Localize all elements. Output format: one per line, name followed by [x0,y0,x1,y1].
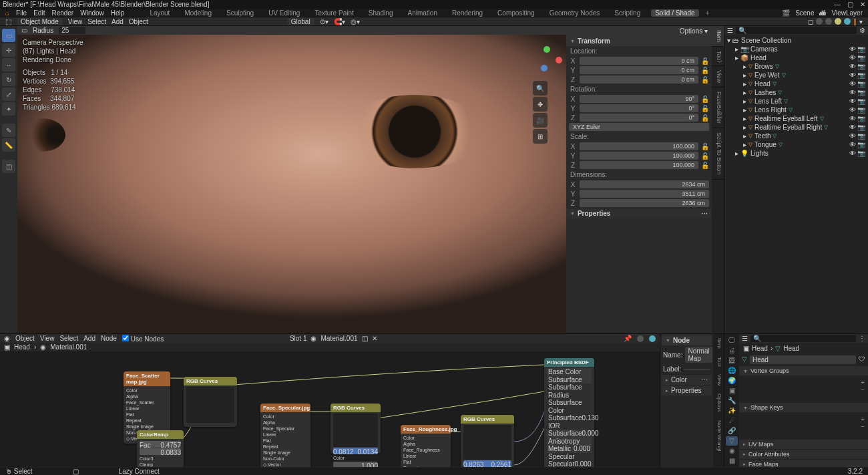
loc-x[interactable]: 0 cm [580,57,698,65]
tab-tool[interactable]: Tool [712,47,724,67]
node-name-field[interactable]: Normal Map [685,347,712,363]
axis-x[interactable] [556,57,562,63]
scene-icon[interactable]: 🎬 [782,9,790,17]
overlay-toggle[interactable]: ◻ [808,18,813,25]
lock-icon[interactable]: 🔓 [701,152,709,160]
persp-icon[interactable]: ⊞ [533,129,548,144]
dim-y[interactable]: 3511 cm [580,190,709,198]
node-spec-image[interactable]: Face_Specular.jpg ColorAlphaFace_Specula… [260,404,310,467]
options-dropdown[interactable]: Options ▾ [680,27,708,35]
menu-file[interactable]: File [16,9,27,17]
editor-type-icon[interactable]: ⬚ [5,18,11,25]
ne-view[interactable]: View [40,335,55,342]
pi-render[interactable]: 🖵 [726,335,738,345]
add-workspace-icon[interactable]: + [706,9,710,17]
node-bsdf[interactable]: Principled BSDF Base ColorSubsurfaceSubs… [544,358,594,467]
orientation-selector[interactable]: Global [287,18,314,25]
nvt-opt[interactable]: Options [713,389,724,416]
brush-radius-input[interactable] [59,27,85,34]
menu-window[interactable]: Window [80,9,104,17]
pi-object[interactable]: ▣ [726,385,738,395]
sec-color-attr[interactable]: Color Attributes [739,449,868,459]
tree-item[interactable]: ▸💡Lights👁📷 [726,149,867,158]
loc-y[interactable]: 0 cm [580,66,698,74]
pi-data[interactable]: ▽ [726,436,738,446]
pin-icon[interactable]: 📌 [624,335,632,342]
pivot-icon[interactable]: ⊙▾ [320,18,329,25]
outliner-tree[interactable]: ▾🗁Scene Collection▸📷Cameras👁📷▸📦Head👁📷▸▽B… [724,35,868,159]
np-color[interactable]: Color⋯ [662,374,712,385]
tree-item[interactable]: ▸▽Realtime Eyeball Left▽👁📷 [726,114,867,123]
shading-dropdown-icon[interactable]: ▾ [859,18,863,25]
axis-y[interactable] [544,46,550,53]
ws-uv[interactable]: UV Editing [264,9,304,17]
node-object-mode[interactable]: Object [15,335,35,342]
rot-x[interactable]: 90° [580,95,698,103]
ws-script[interactable]: Scripting [610,9,644,17]
tree-item[interactable]: ▸▽Realtime Eyeball Right▽👁📷 [726,123,867,132]
tool-transform[interactable]: ✦ [2,102,15,116]
lock-icon[interactable]: 🔓 [701,67,709,74]
pi-texture[interactable]: ▦ [726,456,738,466]
ws-texpaint[interactable]: Texture Paint [310,9,357,17]
node-editor[interactable]: ◉ Object View Select Add Node Use Nodes … [0,334,660,467]
viewlayer-selector[interactable]: ViewLayer [831,9,863,17]
nvt-view[interactable]: View [713,370,724,389]
pi-material[interactable]: ◉ [726,446,738,456]
tree-item[interactable]: ▸▽Lens Right▽👁📷 [726,106,867,114]
ws-modeling[interactable]: Modeling [180,9,216,17]
tool-measure[interactable]: 📏 [2,138,15,152]
tool-rotate[interactable]: ↻ [2,73,15,86]
ne-shade2[interactable] [649,335,656,342]
loc-z[interactable]: 0 cm [580,75,698,84]
lock-icon[interactable]: 🔓 [701,57,709,65]
ne-add[interactable]: Add [83,335,95,342]
menu-add[interactable]: Add [112,18,124,25]
tree-item[interactable]: ▸📦Head👁📷 [726,53,867,62]
menu-edit[interactable]: Edit [33,9,45,17]
scene-selector[interactable]: Scene [795,9,814,17]
sec-facemaps[interactable]: Face Maps [739,459,868,467]
ws-anim[interactable]: Animation [403,9,441,17]
material-selector[interactable]: Material.001 [320,335,357,342]
tool-select[interactable]: ▭ [2,29,15,42]
ws-render[interactable]: Rendering [448,9,487,17]
menu-help[interactable]: Help [111,9,125,17]
pan-icon[interactable]: ✥ [533,97,548,112]
ne-select[interactable]: Select [59,335,78,342]
minimize-icon[interactable]: — [834,1,841,8]
tab-item[interactable]: Item [712,26,724,47]
shade-wire[interactable] [816,18,823,25]
pi-world[interactable]: 🌍 [726,375,738,385]
node-label-field[interactable] [684,369,710,370]
tree-item[interactable]: ▸▽Tongue▽👁📷 [726,140,867,149]
pi-constraint[interactable]: 🔗 [726,426,738,436]
vertex-groups-list[interactable]: +− [741,377,866,400]
tree-item[interactable]: ▸📷Cameras👁📷 [726,45,867,53]
tab-facebuilder[interactable]: FaceBuilder [712,88,724,128]
pi-modifier[interactable]: 🔧 [726,395,738,405]
tree-item[interactable]: ▸▽Lashes▽👁📷 [726,88,867,97]
blender-icon[interactable]: ⌂ [5,9,9,17]
rot-mode[interactable]: XYZ Euler [569,123,709,131]
ne-node[interactable]: Node [101,335,117,342]
sec-uv[interactable]: UV Maps [739,439,868,449]
node-rough-image[interactable]: Face_Roughness.jpg ColorAlphaFace_Roughn… [401,425,451,467]
scale-x[interactable]: 100.000 [580,142,698,150]
menu-view[interactable]: View [68,18,83,25]
lock-icon[interactable]: 🔓 [701,76,709,84]
ws-layout[interactable]: Layout [146,9,174,17]
np-props[interactable]: Properties [662,385,712,395]
pause-render-icon[interactable]: ‖ [853,18,857,25]
mat-copy-icon[interactable]: ◫ [362,335,368,342]
dim-z[interactable]: 2636 cm [580,199,709,207]
tool-move[interactable]: ↔ [2,58,15,71]
tool-addcube[interactable]: ◫ [2,160,15,173]
lock-icon[interactable]: 🔓 [701,96,709,103]
properties-panel-header[interactable]: Properties⋯ [566,208,712,218]
sec-shape-keys[interactable]: Shape Keys [739,402,868,412]
tree-item[interactable]: ▸▽Head▽👁📷 [726,80,867,88]
viewport[interactable]: ▭ Radius Camera Perspective (87) Lights … [17,26,566,333]
pi-output[interactable]: 🖨 [726,345,738,355]
snap-icon[interactable]: 🧲▾ [334,18,345,25]
